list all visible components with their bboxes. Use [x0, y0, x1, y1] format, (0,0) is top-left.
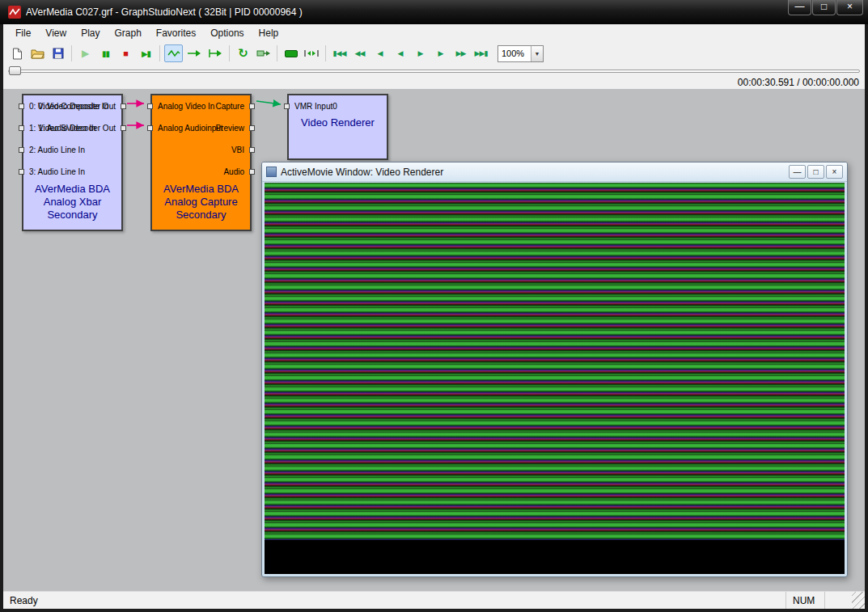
- pin-label: Audio: [223, 167, 244, 176]
- window-controls: — □ ×: [787, 0, 863, 15]
- menu-help[interactable]: Help: [252, 26, 286, 40]
- pin-label: 3: Audio Line In: [29, 167, 85, 176]
- close-button[interactable]: ×: [836, 0, 863, 15]
- seek-backward-button[interactable]: ◀: [370, 44, 389, 62]
- pause-button[interactable]: ▮▮: [96, 44, 115, 62]
- output-pin[interactable]: [249, 125, 255, 131]
- zoom-value: 100%: [498, 46, 531, 61]
- filter-name-line: Secondary: [23, 209, 121, 222]
- num-lock-indicator: NUM: [785, 592, 824, 609]
- filter-name-line: Secondary: [152, 209, 250, 222]
- frame-step-back-button[interactable]: ◀: [391, 44, 409, 62]
- connection-style-curved-toggle[interactable]: [164, 44, 183, 62]
- seek-forward-button[interactable]: ▶: [431, 44, 450, 62]
- filter-analog-capture[interactable]: Analog Video In Capture Analog Audioinpu…: [150, 94, 252, 231]
- refresh-graph-button[interactable]: ↻: [234, 44, 252, 62]
- output-pin[interactable]: [249, 103, 255, 109]
- activemovie-titlebar[interactable]: ActiveMovie Window: Video Renderer — □ ×: [262, 162, 847, 182]
- filter-name: AVerMedia BDA Analog Capture Secondary: [152, 183, 250, 222]
- zoom-combobox[interactable]: 100% ▼: [498, 45, 544, 62]
- window-title: AVerMedia C027.grf - GraphStudioNext ( 3…: [26, 6, 303, 18]
- chevron-down-icon[interactable]: ▼: [531, 46, 543, 61]
- seek-forward-fast-button[interactable]: ▶▶: [451, 44, 470, 62]
- seek-slider-thumb[interactable]: [9, 66, 21, 75]
- output-pin[interactable]: [121, 125, 126, 131]
- input-pin[interactable]: [19, 147, 24, 153]
- input-pin[interactable]: [19, 103, 24, 109]
- menu-view[interactable]: View: [38, 26, 74, 40]
- filter-name-line: Video Renderer: [289, 116, 387, 129]
- toolbar-separator: [325, 45, 326, 61]
- seek-bar[interactable]: [3, 65, 865, 77]
- pin-label: 1: Audio Decoder Out: [38, 124, 116, 133]
- play-button[interactable]: ▶: [76, 44, 95, 62]
- titlebar[interactable]: AVerMedia C027.grf - GraphStudioNext ( 3…: [0, 0, 868, 24]
- pin-label: Analog Audioinput: [158, 124, 223, 133]
- activemovie-maximize-button[interactable]: □: [807, 165, 824, 179]
- step-button[interactable]: ▶▮: [137, 44, 155, 62]
- new-file-button[interactable]: [8, 44, 27, 62]
- status-text: Ready: [10, 595, 38, 606]
- input-pin[interactable]: [147, 125, 153, 131]
- menu-graph[interactable]: Graph: [107, 26, 148, 40]
- seek-end-button[interactable]: ▶▶▮: [472, 44, 490, 62]
- input-pin[interactable]: [19, 169, 24, 175]
- maximize-button[interactable]: □: [812, 0, 836, 15]
- pin-label: Capture: [215, 102, 244, 111]
- resize-grip[interactable]: [852, 592, 865, 609]
- elbow-arrow-icon: [208, 49, 222, 58]
- connection-style-straight-toggle[interactable]: [184, 44, 204, 62]
- frame-step-forward-button[interactable]: ▶: [411, 44, 430, 62]
- filter-box-icon: [285, 50, 298, 57]
- menu-file[interactable]: File: [8, 26, 38, 40]
- toolbar-separator: [71, 45, 72, 61]
- activemovie-title: ActiveMovie Window: Video Renderer: [281, 167, 787, 178]
- filter-name-line: Analog Capture: [152, 196, 250, 209]
- app-icon: [8, 6, 21, 19]
- status-right: NUM: [785, 592, 865, 609]
- menu-play[interactable]: Play: [74, 26, 107, 40]
- activemovie-icon: [266, 167, 277, 177]
- filter-name: Video Renderer: [289, 116, 387, 129]
- pin-label: Analog Video In: [158, 102, 214, 111]
- output-pin[interactable]: [121, 103, 126, 109]
- filter-video-renderer[interactable]: VMR Input0 Video Renderer: [287, 94, 388, 160]
- activemovie-close-button[interactable]: ×: [826, 165, 843, 179]
- stop-button[interactable]: ■: [116, 44, 135, 62]
- graph-canvas[interactable]: 0: Video Composite In 0: Video Decoder O…: [3, 89, 865, 591]
- remote-graph-button[interactable]: [254, 44, 273, 62]
- pin-label: 2: Audio Line In: [29, 146, 85, 154]
- save-floppy-icon: [53, 48, 64, 59]
- remote-graph-icon: [256, 49, 270, 58]
- seek-backward-fast-button[interactable]: ◀◀: [350, 44, 369, 62]
- toolbar-separator: [229, 45, 230, 61]
- activemovie-minimize-button[interactable]: —: [789, 165, 806, 179]
- output-pin[interactable]: [249, 169, 255, 175]
- time-display: 00:00:30.591 / 00:00:00.000: [738, 77, 859, 88]
- menu-options[interactable]: Options: [203, 26, 251, 40]
- output-pin[interactable]: [249, 147, 255, 153]
- input-pin[interactable]: [284, 103, 290, 109]
- input-pin[interactable]: [19, 125, 24, 131]
- straight-arrow-icon: [187, 49, 201, 57]
- save-file-button[interactable]: [49, 44, 67, 62]
- menu-favorites[interactable]: Favorites: [149, 26, 203, 40]
- time-row: 00:00:30.591 / 00:00:00.000: [3, 77, 865, 89]
- open-folder-icon: [31, 49, 44, 59]
- open-file-button[interactable]: [28, 44, 47, 62]
- insert-filter-button[interactable]: [282, 44, 300, 62]
- new-file-icon: [12, 48, 23, 60]
- activemovie-window[interactable]: ActiveMovie Window: Video Renderer — □ ×: [261, 162, 848, 577]
- connection-style-elbow-toggle[interactable]: [205, 44, 225, 62]
- toolbar: ▶ ▮▮ ■ ▶▮ ↻: [3, 41, 865, 65]
- minimize-button[interactable]: —: [788, 0, 811, 15]
- filter-analog-xbar[interactable]: 0: Video Composite In 0: Video Decoder O…: [22, 94, 123, 231]
- filter-name-line: AVerMedia BDA: [152, 183, 250, 196]
- status-panel-empty: [824, 592, 852, 609]
- organize-graph-button[interactable]: [302, 44, 321, 62]
- seek-start-button[interactable]: ▮◀◀: [330, 44, 349, 62]
- seek-track[interactable]: [8, 70, 860, 73]
- input-pin[interactable]: [147, 103, 153, 109]
- pin-label: 0: Video Decoder Out: [38, 102, 116, 111]
- pin-label: VBI: [231, 146, 244, 154]
